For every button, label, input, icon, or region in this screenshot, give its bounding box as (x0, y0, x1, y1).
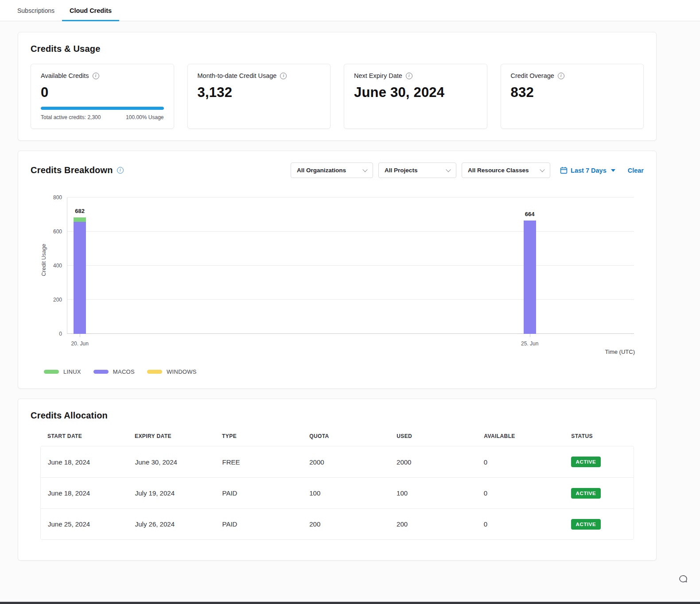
cell-type: PAID (215, 489, 303, 497)
cell-available: 0 (477, 520, 564, 528)
chevron-down-icon (446, 167, 451, 172)
gridline (67, 197, 634, 197)
bar-segment-linux (74, 217, 86, 222)
credits-usage-card: Credits & Usage Available Credits i 0 To… (18, 32, 657, 141)
credits-breakdown-title: Credits Breakdown (31, 165, 113, 175)
info-icon[interactable]: i (117, 167, 124, 174)
stat-label: Available Credits (41, 72, 89, 79)
total-active-credits: Total active credits: 2,300 (41, 114, 101, 120)
date-range-picker[interactable]: Last 7 Days (560, 166, 615, 174)
cell-used: 100 (389, 489, 477, 497)
projects-filter[interactable]: All Projects (378, 163, 456, 178)
cell-available: 0 (477, 458, 564, 466)
cell-expiry-date: July 26, 2024 (128, 520, 215, 528)
available-credits-value: 0 (41, 85, 164, 101)
credits-progress-fill (41, 107, 164, 110)
x-tick-mark (80, 334, 80, 337)
legend-label: LINUX (63, 368, 81, 375)
x-axis-label: Time (UTC) (605, 348, 635, 355)
credits-allocation-table: START DATE EXPIRY DATE TYPE QUOTA USED A… (40, 433, 634, 540)
info-icon[interactable]: i (280, 73, 287, 79)
x-tick-label: 25. Jun (521, 341, 538, 347)
tab-bar: Subscriptions Cloud Credits (0, 0, 700, 21)
chevron-down-icon (362, 167, 367, 172)
resource-classes-filter-value: All Resource Classes (468, 167, 529, 174)
y-axis-label: Credit Usage (41, 244, 47, 276)
gridline (67, 299, 634, 300)
legend-label: WINDOWS (167, 368, 197, 375)
next-expiry-date-value: June 30, 2024 (354, 85, 477, 101)
table-row: June 18, 2024 June 30, 2024 FREE 2000 20… (41, 446, 634, 477)
stat-label: Credit Overage (511, 72, 554, 79)
cell-expiry-date: July 19, 2024 (128, 489, 215, 497)
month-to-date-usage-value: 3,132 (198, 85, 321, 101)
credits-allocation-card: Credits Allocation START DATE EXPIRY DAT… (18, 399, 657, 561)
organizations-filter-value: All Organizations (297, 167, 346, 174)
col-header-expiry-date: EXPIRY DATE (128, 433, 215, 439)
tab-cloud-credits[interactable]: Cloud Credits (62, 0, 119, 21)
col-header-used: USED (389, 433, 477, 439)
stat-card-row: Available Credits i 0 Total active credi… (31, 64, 644, 129)
cell-expiry-date: June 30, 2024 (128, 458, 215, 466)
bar-total-label: 682 (75, 208, 85, 214)
cell-quota: 100 (302, 489, 389, 497)
col-header-start-date: START DATE (40, 433, 128, 439)
x-tick-label: 20. Jun (71, 341, 88, 347)
cell-start-date: June 25, 2024 (41, 520, 128, 528)
cell-type: PAID (215, 520, 303, 528)
bar-segment-macos (74, 222, 86, 334)
caret-down-icon (611, 169, 615, 172)
projects-filter-value: All Projects (385, 167, 417, 174)
table-header-row: START DATE EXPIRY DATE TYPE QUOTA USED A… (40, 433, 634, 446)
organizations-filter[interactable]: All Organizations (291, 163, 373, 178)
credits-progress-bar (41, 107, 164, 110)
chart-bar-20-jun[interactable] (74, 217, 86, 334)
status-badge: ACTIVE (571, 488, 601, 499)
credits-breakdown-card: Credits Breakdown i All Organizations Al… (18, 151, 657, 389)
clear-filters-button[interactable]: Clear (628, 167, 644, 174)
col-header-status: STATUS (564, 433, 634, 439)
chart-bar-25-jun[interactable] (524, 221, 536, 334)
y-tick-label: 600 (53, 228, 62, 235)
chart-filters: All Organizations All Projects All Resou… (291, 163, 644, 178)
tab-subscriptions[interactable]: Subscriptions (10, 0, 62, 21)
resource-classes-filter[interactable]: All Resource Classes (462, 163, 550, 178)
legend-item-macos[interactable]: MACOS (93, 368, 135, 375)
chevron-down-icon (540, 167, 544, 172)
gridline (67, 333, 634, 334)
credit-overage-value: 832 (511, 85, 634, 101)
y-tick-label: 800 (53, 194, 62, 201)
info-icon[interactable]: i (558, 73, 564, 79)
legend-label: MACOS (113, 368, 135, 375)
legend-item-windows[interactable]: WINDOWS (147, 368, 197, 375)
credits-allocation-title: Credits Allocation (31, 410, 644, 421)
legend-item-linux[interactable]: LINUX (44, 368, 81, 375)
stat-label: Next Expiry Date (354, 72, 402, 79)
credits-usage-title: Credits & Usage (31, 44, 644, 54)
support-button[interactable] (678, 574, 688, 585)
y-tick-label: 200 (53, 297, 62, 303)
info-icon[interactable]: i (93, 73, 99, 79)
main-content: Credits & Usage Available Credits i 0 To… (0, 21, 700, 561)
stat-month-to-date-usage: Month-to-date Credit Usage i 3,132 (187, 64, 331, 129)
chart-plot: 020040060080068220. Jun66425. Jun (67, 197, 634, 334)
cell-used: 200 (389, 520, 477, 528)
info-icon[interactable]: i (406, 73, 412, 79)
cell-used: 2000 (389, 458, 477, 466)
cell-type: FREE (215, 458, 303, 466)
cell-available: 0 (477, 489, 564, 497)
date-range-value: Last 7 Days (571, 167, 607, 174)
gridline (67, 231, 634, 232)
legend-swatch (147, 370, 162, 374)
legend-swatch (44, 370, 59, 374)
cell-start-date: June 18, 2024 (41, 489, 128, 497)
stat-next-expiry-date: Next Expiry Date i June 30, 2024 (344, 64, 487, 129)
bar-segment-macos (524, 221, 536, 334)
status-badge: ACTIVE (571, 457, 601, 467)
cell-quota: 2000 (302, 458, 389, 466)
usage-percent: 100.00% Usage (126, 114, 163, 120)
col-header-type: TYPE (215, 433, 302, 439)
window-bottom-edge (0, 602, 700, 604)
credit-usage-chart: Credit Usage 020040060080068220. Jun6642… (31, 191, 644, 355)
col-header-quota: QUOTA (302, 433, 389, 439)
